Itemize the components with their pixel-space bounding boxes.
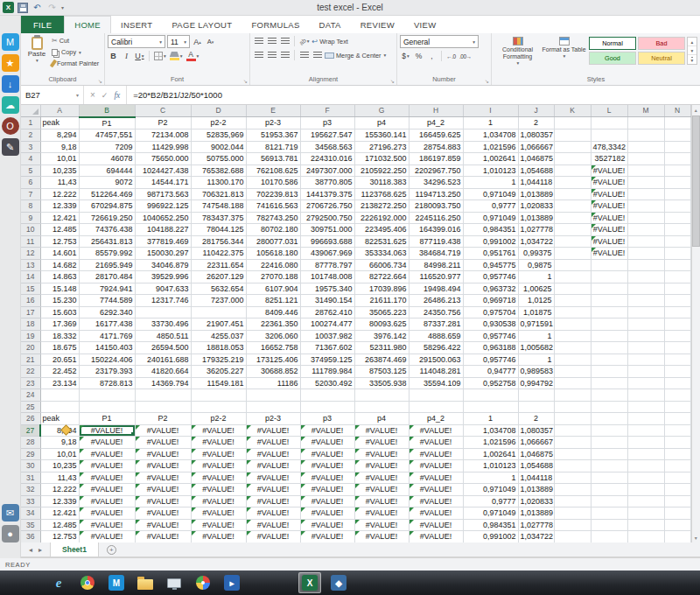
cell-N17[interactable] <box>664 306 690 318</box>
cell-E18[interactable]: 22361.350 <box>246 318 300 331</box>
cell-M2[interactable] <box>627 130 664 142</box>
cell-K20[interactable] <box>554 342 591 354</box>
cell-H36[interactable]: #VALUE! <box>409 531 463 543</box>
cell-N21[interactable] <box>664 354 690 366</box>
cell-E22[interactable]: 30688.852 <box>246 366 300 378</box>
sheet-tab-sheet1[interactable]: Sheet1 <box>50 542 99 556</box>
row-header-10[interactable]: 10 <box>21 224 40 236</box>
cell-G11[interactable]: 822531.625 <box>354 235 409 248</box>
cell-I15[interactable]: 0,963732 <box>463 283 518 295</box>
cell-H25[interactable] <box>409 401 463 413</box>
cell-B5[interactable]: 694444 <box>79 164 135 177</box>
comma-style-button[interactable]: , <box>426 50 438 62</box>
cell-A3[interactable]: 9,18 <box>40 141 79 153</box>
cell-A4[interactable]: 10,01 <box>40 153 79 165</box>
cell-K10[interactable] <box>554 224 591 236</box>
cut-button[interactable]: Cut <box>52 35 99 46</box>
cell-F25[interactable] <box>300 401 354 413</box>
cell-A17[interactable]: 15.603 <box>40 306 79 318</box>
column-header-F[interactable]: F <box>300 105 354 117</box>
cell-D35[interactable]: #VALUE! <box>191 519 246 531</box>
cell-F22[interactable]: 111789.984 <box>300 366 354 378</box>
redo-button[interactable] <box>46 2 58 13</box>
cell-J15[interactable]: 1,00625 <box>518 283 554 295</box>
dock-icon-star-app[interactable]: ★ <box>2 54 19 72</box>
cell-I20[interactable]: 0,963188 <box>463 342 518 354</box>
cell-I35[interactable]: 0,984351 <box>463 519 518 531</box>
cell-C9[interactable]: 1040652.250 <box>135 212 191 224</box>
cell-B8[interactable]: 670294.875 <box>79 200 135 213</box>
column-header-D[interactable]: D <box>191 105 246 117</box>
cell-F20[interactable]: 71367.602 <box>300 342 354 354</box>
cell-K17[interactable] <box>554 306 591 318</box>
cell-N13[interactable] <box>664 259 690 271</box>
row-header-25[interactable]: 25 <box>21 401 40 413</box>
cell-H22[interactable]: 114048.281 <box>409 366 463 378</box>
underline-button[interactable]: U <box>134 50 145 62</box>
cell-L31[interactable] <box>591 472 627 484</box>
cell-K6[interactable] <box>554 177 591 189</box>
clipboard-dialog-launcher[interactable] <box>98 78 102 84</box>
select-all-button[interactable] <box>21 105 40 117</box>
formula-input[interactable]: =20*B2/B21/J2/50*1000 <box>127 86 700 104</box>
cell-C15[interactable]: 9047.633 <box>135 283 191 295</box>
cell-B25[interactable] <box>79 401 135 413</box>
cell-G24[interactable] <box>354 389 409 402</box>
paste-button[interactable]: Paste <box>24 35 50 74</box>
cell-E5[interactable]: 762108.625 <box>246 164 300 177</box>
cell-C27[interactable]: #VALUE! <box>135 424 191 437</box>
dock-icon-mail-app[interactable]: ✉ <box>2 504 19 522</box>
cell-K3[interactable] <box>554 141 591 153</box>
row-header-6[interactable]: 6 <box>21 177 40 189</box>
cell-C20[interactable]: 26594.500 <box>135 342 191 354</box>
cell-H26[interactable]: p4_2 <box>409 413 463 425</box>
wrap-text-button[interactable]: Wrap Text <box>312 38 348 46</box>
cell-N25[interactable] <box>664 401 690 413</box>
cell-I22[interactable]: 0,94777 <box>463 366 518 378</box>
cell-E34[interactable]: #VALUE! <box>246 508 300 520</box>
cell-B31[interactable]: #VALUE! <box>79 472 135 484</box>
cell-K23[interactable] <box>554 377 591 389</box>
row-header-32[interactable]: 32 <box>21 484 40 496</box>
ribbon-tab-data[interactable]: DATA <box>310 16 351 33</box>
cell-M3[interactable] <box>627 141 664 153</box>
cell-C33[interactable]: #VALUE! <box>135 495 191 508</box>
font-name-select[interactable]: Calibri <box>108 35 165 48</box>
cell-J32[interactable]: 1,013889 <box>518 484 554 496</box>
cell-C35[interactable]: #VALUE! <box>135 519 191 531</box>
cell-C32[interactable]: #VALUE! <box>135 484 191 496</box>
cell-M13[interactable] <box>627 259 664 271</box>
cell-K13[interactable] <box>554 259 591 271</box>
cell-H35[interactable]: #VALUE! <box>409 519 463 531</box>
row-header-36[interactable]: 36 <box>21 531 40 543</box>
row-header-16[interactable]: 16 <box>21 295 40 307</box>
cell-H18[interactable]: 87337.281 <box>409 318 463 331</box>
row-header-24[interactable]: 24 <box>21 389 40 402</box>
cell-B2[interactable]: 47457,551 <box>79 130 135 142</box>
cell-B33[interactable]: #VALUE! <box>79 495 135 508</box>
cell-M16[interactable] <box>627 295 664 307</box>
align-left-button[interactable] <box>253 49 264 61</box>
cell-B11[interactable]: 256431.813 <box>79 235 135 248</box>
cell-A31[interactable]: 11,43 <box>40 472 79 484</box>
cell-M28[interactable] <box>627 437 664 449</box>
decrease-decimal-button[interactable] <box>458 50 472 62</box>
cell-N9[interactable] <box>664 212 690 224</box>
cell-J29[interactable]: 1,046875 <box>518 448 554 460</box>
cell-C26[interactable]: P2 <box>135 413 191 425</box>
cell-L14[interactable] <box>591 271 627 284</box>
cell-D18[interactable]: 21907.451 <box>191 318 246 331</box>
cell-B35[interactable]: #VALUE! <box>79 519 135 531</box>
cell-N3[interactable] <box>664 141 690 153</box>
cell-N16[interactable] <box>664 295 690 307</box>
cell-A24[interactable] <box>40 389 79 402</box>
cell-H13[interactable]: 84998.211 <box>409 259 463 271</box>
column-header-M[interactable]: M <box>627 105 664 117</box>
cell-K16[interactable] <box>554 295 591 307</box>
cell-L25[interactable] <box>591 401 627 413</box>
cell-A12[interactable]: 14.601 <box>40 248 79 260</box>
cell-I26[interactable]: 1 <box>463 413 518 425</box>
cell-J16[interactable]: 1,0125 <box>518 295 554 307</box>
cell-E15[interactable]: 6107.904 <box>246 283 300 295</box>
cell-L30[interactable] <box>591 460 627 472</box>
